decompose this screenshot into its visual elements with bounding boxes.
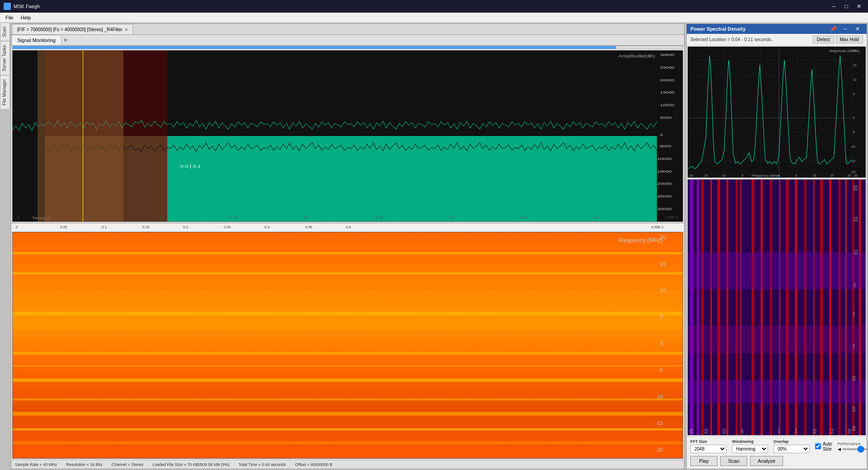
fft-size-select[interactable]: 512 1024 2048 4096 — [690, 445, 726, 453]
auto-size-label: Auto Size — [823, 442, 832, 451]
svg-text:-10: -10 — [722, 174, 726, 177]
svg-text:-5: -5 — [853, 282, 856, 288]
doc-tab-bar: [FIF = 70000000] [Fs = 40000000] [Stereo… — [11, 24, 684, 35]
maximize-button[interactable]: □ — [841, 2, 852, 11]
svg-text:-20: -20 — [853, 174, 858, 177]
total-time: Total Time = 0.46 seconds — [239, 462, 286, 467]
menu-bar: File Help — [0, 13, 868, 23]
svg-text:-20000: -20000 — [656, 182, 672, 186]
svg-rect-24 — [45, 51, 167, 136]
menu-help[interactable]: Help — [17, 14, 35, 21]
status-bar: Sample Rate = 40 MHz Resolution = 16 Bit… — [11, 460, 684, 469]
svg-rect-23 — [13, 51, 45, 136]
psd-spectrogram[interactable]: -20 -15 -10 -5 0 5 10 15 20 -20 -15 -10 … — [688, 179, 866, 435]
svg-text:Frequency (MHz): Frequency (MHz) — [618, 237, 663, 244]
doc-tab-close[interactable]: ✕ — [124, 27, 128, 32]
svg-rect-26 — [13, 136, 45, 221]
detect-button[interactable]: Detect — [813, 36, 834, 43]
svg-text:25000: 25000 — [660, 66, 675, 70]
svg-text:-15: -15 — [853, 216, 858, 222]
svg-text:20: 20 — [848, 428, 851, 434]
svg-text:15: 15 — [852, 406, 856, 413]
psd-spectrogram-svg: -20 -15 -10 -5 0 5 10 15 20 -20 -15 -10 … — [688, 179, 866, 435]
svg-text:10000: 10000 — [660, 103, 675, 107]
scan-button[interactable]: Scan — [720, 456, 747, 466]
svg-text:5000: 5000 — [660, 116, 672, 120]
overlap-label: Overlap — [774, 439, 810, 444]
signal-monitoring-close[interactable]: ✕ — [61, 37, 70, 43]
psd-action-buttons: Detect Max Hold — [813, 36, 863, 43]
svg-text:-20: -20 — [656, 447, 663, 452]
svg-text:-5: -5 — [658, 367, 663, 373]
horizontal-scrollbar[interactable] — [12, 46, 683, 49]
windowing-group: Windowing Hamming Hanning Blackman None — [732, 439, 768, 453]
title-bar: MSK Faegh ─ □ ✕ — [0, 0, 868, 13]
sample-rate: Sample Rate = 40 MHz — [15, 462, 57, 467]
waveform-x-axis: 0 0.05 0.1 0.15 0.2 0.25 0.3 0.35 0.4 4.… — [11, 223, 684, 231]
svg-text:-5000: -5000 — [658, 144, 672, 148]
svg-text:0: 0 — [853, 311, 855, 318]
svg-text:Magnitude (dB/Hz): Magnitude (dB/Hz) — [829, 49, 860, 53]
side-tabs: Scan Server Tasks File Manager — [0, 23, 10, 110]
max-hold-button[interactable]: Max Hold — [836, 36, 863, 43]
svg-text:-15: -15 — [656, 420, 663, 426]
svg-rect-58 — [13, 232, 683, 458]
x-axis-ticks: 00.050.10.150.20.250.30.350.44.59E-1 — [13, 212, 683, 221]
svg-text:10: 10 — [660, 287, 666, 293]
svg-text:-10000: -10000 — [656, 156, 672, 160]
svg-text:-10: -10 — [722, 428, 726, 434]
svg-text:-20: -20 — [853, 185, 858, 192]
app-title: MSK Faegh — [14, 4, 40, 9]
svg-text:-20: -20 — [689, 428, 693, 434]
overlap-select[interactable]: 00% 25% 50% 75% — [774, 445, 810, 453]
svg-text:0: 0 — [660, 341, 663, 346]
psd-close-btn[interactable]: ✕ — [852, 24, 863, 33]
svg-text:0: 0 — [778, 428, 780, 434]
psd-selected-location: Selected Location = 0.04 - 0.11 seconds. — [690, 37, 773, 42]
window-controls: ─ □ ✕ — [828, 2, 864, 11]
psd-info-bar: Selected Location = 0.04 - 0.11 seconds.… — [687, 34, 867, 46]
analyze-button[interactable]: Analyze — [750, 456, 783, 466]
spectrogram-container[interactable]: 20 15 10 5 0 -5 -10 -15 -20 Frequency (M… — [12, 232, 683, 459]
svg-text:15: 15 — [830, 174, 834, 177]
svg-text:Frequency (MHz): Frequency (MHz) — [751, 174, 780, 178]
svg-text:-5: -5 — [852, 131, 855, 134]
svg-text:15: 15 — [853, 64, 857, 67]
svg-text:10: 10 — [853, 78, 857, 81]
charts-area: Amplitude(dB) 30000 25000 20000 15000 10… — [11, 49, 684, 469]
fft-size-label: FFT Size — [690, 439, 726, 444]
spectrogram-svg: 20 15 10 5 0 -5 -10 -15 -20 Frequency (M… — [13, 232, 683, 458]
panel-tab-bar: Signal Monitoring ✕ — [11, 35, 684, 46]
play-button[interactable]: Play — [690, 456, 717, 466]
svg-text:20000: 20000 — [660, 78, 675, 82]
psd-pin-btn[interactable]: 📌 — [828, 24, 839, 33]
svg-text:0: 0 — [660, 133, 663, 137]
svg-rect-132 — [688, 253, 866, 289]
waveform-container[interactable]: Amplitude(dB) 30000 25000 20000 15000 10… — [12, 50, 683, 222]
signal-monitoring-tab[interactable]: Signal Monitoring — [11, 35, 61, 45]
doc-tab[interactable]: [FIF = 70000000] [Fs = 40000000] [Stereo… — [12, 24, 133, 34]
psd-bottom-controls: FFT Size 512 1024 2048 4096 Windowing Ha… — [687, 436, 867, 469]
minimize-button[interactable]: ─ — [828, 2, 839, 11]
windowing-select[interactable]: Hamming Hanning Blackman None — [732, 445, 768, 453]
psd-chart[interactable]: 20 15 10 5 0 -5 -10 -15 -20 -20 -15 -10 … — [688, 47, 866, 178]
psd-header: Power Spectral Density 📌 ─ ✕ — [687, 24, 867, 34]
svg-text:-5: -5 — [741, 174, 743, 177]
svg-text:20: 20 — [852, 425, 856, 432]
menu-file[interactable]: File — [2, 14, 17, 21]
close-button[interactable]: ✕ — [854, 2, 864, 11]
auto-size-checkbox[interactable] — [815, 443, 821, 449]
svg-text:10: 10 — [813, 174, 816, 177]
psd-minimize-btn[interactable]: ─ — [840, 24, 851, 33]
svg-text:30000: 30000 — [660, 53, 675, 57]
fft-controls: FFT Size 512 1024 2048 4096 Windowing Ha… — [690, 439, 863, 453]
side-tab-file-manager[interactable]: File Manager — [0, 75, 10, 109]
svg-text:5: 5 — [795, 428, 797, 434]
scrollbar-thumb[interactable] — [13, 46, 616, 49]
svg-text:Amplitude(dB): Amplitude(dB) — [618, 54, 655, 58]
performance-slider[interactable] — [843, 448, 868, 450]
svg-text:15: 15 — [830, 428, 834, 434]
svg-text:-15: -15 — [703, 428, 708, 434]
side-tab-scan[interactable]: Scan — [0, 23, 10, 41]
side-tab-server-tasks[interactable]: Server Tasks — [0, 41, 10, 75]
